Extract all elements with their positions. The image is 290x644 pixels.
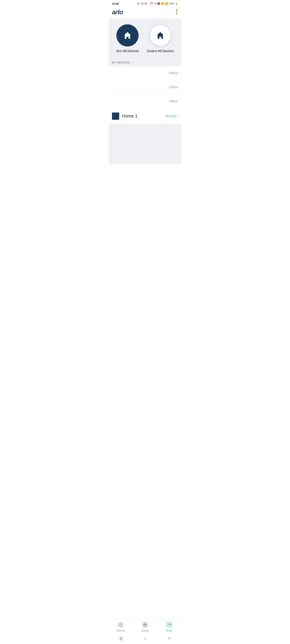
- home1-device-name: Home 1: [122, 114, 166, 119]
- empty-content-area: [109, 124, 181, 164]
- app-header: arlo: [109, 6, 181, 18]
- device-1-status: Offline: [169, 72, 178, 75]
- messenger-icon: 💬: [141, 2, 144, 5]
- device-2-status: Offline: [169, 86, 178, 89]
- mode-buttons-container: Arm All Devices Disarm All Devices: [112, 24, 178, 53]
- device-item-3[interactable]: Offline: [109, 94, 181, 108]
- disarm-circle: [149, 24, 171, 46]
- status-icons: 👻 💬 M ⏰ ✦ 🔇 📶 📶 41% 🔋: [137, 2, 178, 5]
- app-logo: arlo: [112, 8, 123, 16]
- mode-section: Arm All Devices Disarm All Devices: [109, 18, 181, 58]
- disarm-all-button[interactable]: Disarm All Devices: [147, 24, 174, 53]
- bluetooth-icon: ✦: [154, 2, 156, 5]
- main-content: Arm All Devices Disarm All Devices MY DE…: [109, 18, 181, 188]
- status-time: 12:09: [112, 2, 119, 5]
- gmail-icon: M: [145, 2, 147, 5]
- status-bar: 12:09 👻 💬 M ⏰ ✦ 🔇 📶 📶 41% 🔋: [109, 0, 181, 6]
- disarm-label: Disarm All Devices: [147, 49, 174, 53]
- device-item-home1[interactable]: Home 1 Armed ›: [109, 108, 181, 124]
- arm-all-button[interactable]: Arm All Devices: [116, 24, 139, 53]
- wifi-icon: 📶: [161, 2, 164, 5]
- arm-house-icon: [122, 30, 133, 40]
- arm-label: Arm All Devices: [116, 49, 139, 53]
- battery-icon: 🔋: [175, 2, 178, 5]
- disarm-house-icon: [155, 30, 165, 40]
- device-list: Offline Offline Offline Home 1 Armed ›: [109, 66, 181, 124]
- arm-circle: [116, 24, 139, 46]
- signal-icon: 📶: [165, 2, 168, 5]
- home1-device-icon: [112, 112, 119, 120]
- home1-status: Armed ›: [166, 114, 178, 118]
- battery-level: 41%: [169, 2, 174, 5]
- device-item-1[interactable]: Offline: [109, 66, 181, 80]
- my-devices-section-header: MY DEVICES: [109, 58, 181, 66]
- section-title: MY DEVICES: [112, 61, 130, 64]
- notification-dot: [176, 9, 178, 11]
- menu-button[interactable]: [175, 9, 178, 15]
- snapchat-icon: 👻: [137, 2, 140, 5]
- chevron-right-icon: ›: [177, 114, 178, 118]
- mute-icon: 🔇: [157, 2, 160, 5]
- alarm-icon: ⏰: [150, 2, 153, 5]
- device-item-2[interactable]: Offline: [109, 80, 181, 94]
- device-3-status: Offline: [169, 100, 178, 103]
